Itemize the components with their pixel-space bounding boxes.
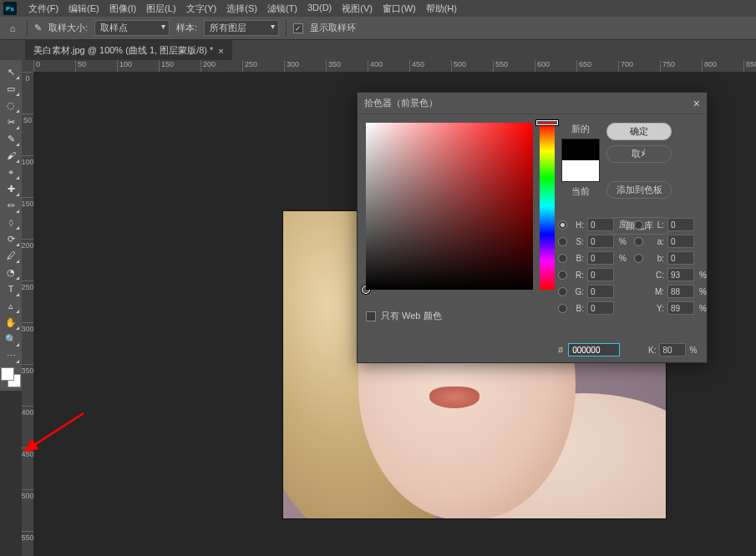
tool-button[interactable]: ✋ [2,314,20,331]
document-tab[interactable]: 美白素材.jpg @ 100% (曲线 1, 图层蒙版/8) * × [25,40,232,60]
menu-item[interactable]: 选择(S) [221,1,262,17]
menu-item[interactable]: 视图(V) [337,1,378,17]
a-radio[interactable] [634,237,643,246]
hex-input[interactable] [568,343,620,356]
ruler-corner [22,60,33,72]
ruler-horizontal: 0501001502002503003504004505005506006507… [33,60,756,72]
g-input[interactable] [587,285,614,298]
a-input[interactable] [667,235,694,248]
web-only-label: 只有 Web 颜色 [381,310,442,322]
dialog-titlebar[interactable]: 拾色器（前景色） × [358,93,707,114]
new-color-swatch [562,139,599,160]
web-only-row: 只有 Web 颜色 [366,310,442,322]
tool-button[interactable]: 🖌 [2,147,20,164]
bv-input[interactable] [587,251,614,265]
menu-item[interactable]: 滤镜(T) [262,1,302,17]
h-input[interactable] [587,218,614,231]
current-color-label: 当前 [571,185,590,198]
sample-dropdown[interactable]: 所有图层 [204,20,279,36]
s-input[interactable] [587,235,614,248]
bc-radio[interactable] [558,304,567,313]
bv-radio[interactable] [558,254,567,263]
tool-button[interactable]: ◔ [2,264,20,281]
options-bar: ⌂ ✎ 取样大小: 取样点 样本: 所有图层 显示取样环 [0,17,756,40]
menu-item[interactable]: 编辑(E) [63,1,104,17]
show-ring-label: 显示取样环 [310,22,356,34]
new-color-label: 新的 [571,123,590,135]
g-radio[interactable] [558,287,567,296]
color-field[interactable] [366,123,533,290]
menu-item[interactable]: 窗口(W) [378,1,421,17]
tool-button[interactable]: ✏ [2,197,20,214]
c-input[interactable] [667,268,694,281]
r-input[interactable] [587,268,614,281]
m-input[interactable] [667,285,694,298]
sample-size-label: 取样大小: [48,22,88,34]
sample-size-dropdown[interactable]: 取样点 [94,20,170,36]
tool-button[interactable]: ✎ [2,130,20,147]
b-input[interactable] [667,251,694,265]
hue-slider[interactable] [540,123,555,290]
hue-cursor [536,120,558,125]
tool-button[interactable]: ▵ [2,297,20,314]
h-radio[interactable] [558,220,567,230]
b-radio[interactable] [634,254,643,263]
tool-button[interactable]: ⌖ [2,164,20,180]
tool-button[interactable]: ◌ [2,97,20,114]
color-field-cursor [362,286,370,294]
ruler-vertical: 0501001502002503003504004505005506006507… [22,72,33,556]
document-tab-bar: 美白素材.jpg @ 100% (曲线 1, 图层蒙版/8) * × [0,40,756,60]
dialog-title: 拾色器（前景色） [364,97,438,109]
current-color-swatch [562,160,599,181]
bc-input[interactable] [587,301,614,315]
tool-button[interactable]: ⋯ [2,347,20,364]
show-ring-checkbox[interactable] [293,23,303,33]
menu-item[interactable]: 文字(Y) [181,1,222,17]
ok-button[interactable]: 确定 [606,123,672,140]
tool-panel: ↖▭◌✂✎🖌⌖✚✏⎀⟳🖊◔T▵✋🔍⋯ [0,60,22,391]
sample-label: 样本: [176,22,197,34]
tool-button[interactable]: ⟳ [2,230,20,247]
home-icon[interactable]: ⌂ [5,21,20,36]
tool-button[interactable]: ↖ [2,63,20,80]
r-radio[interactable] [558,270,567,280]
document-tab-title: 美白素材.jpg @ 100% (曲线 1, 图层蒙版/8) * [33,44,213,57]
menu-bar: Ps 文件(F)编辑(E)图像(I)图层(L)文字(Y)选择(S)滤镜(T)3D… [0,0,756,17]
ps-logo: Ps [3,2,17,15]
menu-item[interactable]: 帮助(H) [421,1,462,17]
close-icon[interactable]: × [693,97,700,110]
tool-button[interactable]: T [2,281,20,297]
color-swatches[interactable] [1,367,21,387]
s-radio[interactable] [558,237,567,246]
tool-button[interactable]: ▭ [2,80,20,97]
y-input[interactable] [667,301,694,315]
hash-label: # [558,345,563,355]
tool-button[interactable]: ⎀ [2,214,20,230]
k-input[interactable] [659,343,686,356]
color-preview [561,139,600,182]
menu-item[interactable]: 图像(I) [104,1,141,17]
tool-button[interactable]: 🔍 [2,331,20,347]
cancel-button[interactable]: 取≯ [606,145,672,163]
tool-button[interactable]: 🖊 [2,247,20,264]
close-icon[interactable]: × [218,46,223,56]
foreground-swatch[interactable] [1,367,14,381]
eyedropper-icon: ✎ [34,23,42,33]
l-radio[interactable] [634,220,643,230]
color-picker-dialog: 拾色器（前景色） × 新的 当前 确定 取≯ 添加到色板 颜色库 只有 We [357,92,708,363]
menu-item[interactable]: 3D(D) [302,1,337,17]
menu-item[interactable]: 图层(L) [141,1,180,17]
tool-button[interactable]: ✚ [2,180,20,197]
tool-button[interactable]: ✂ [2,114,20,130]
l-input[interactable] [667,218,694,231]
add-to-swatches-button[interactable]: 添加到色板 [606,181,672,199]
menu-item[interactable]: 文件(F) [23,1,63,17]
web-only-checkbox[interactable] [366,311,376,321]
